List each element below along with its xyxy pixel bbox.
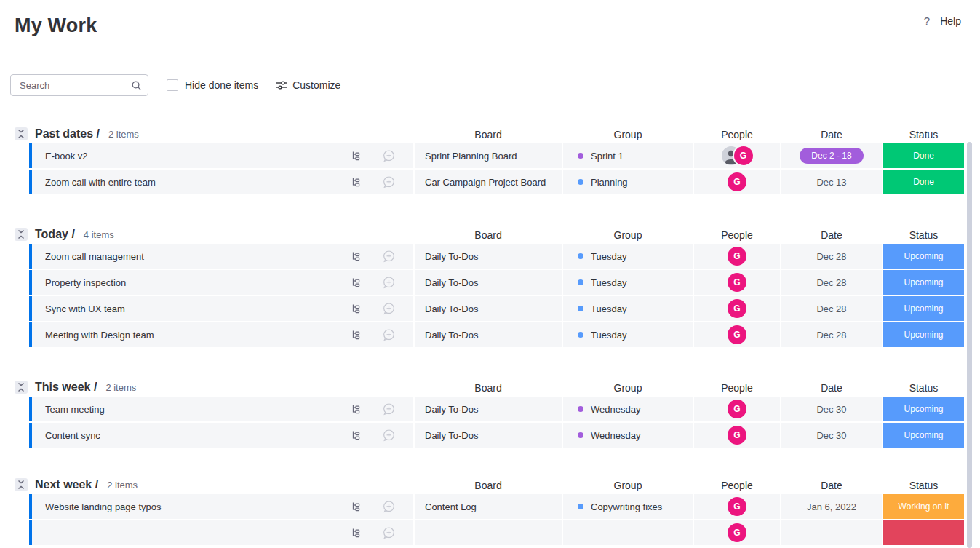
status-cell[interactable]: Done [883,143,964,168]
add-update-icon[interactable] [382,328,396,342]
group-cell[interactable]: Tuesday [563,270,693,295]
column-header-date[interactable]: Date [781,382,882,394]
board-cell[interactable]: Daily To-Dos [415,397,562,421]
people-cell[interactable]: G [694,170,780,194]
board-cell[interactable]: Content Log [415,494,562,519]
status-cell[interactable]: Done [883,170,964,194]
hide-done-label[interactable]: Hide done items [185,79,258,91]
item-name-cell[interactable]: Property inspection [29,270,413,295]
date-cell[interactable]: Dec 28 [781,244,882,269]
group-cell[interactable]: Tuesday [563,296,693,321]
date-cell[interactable] [781,520,882,545]
item-name-cell[interactable]: Website landing page typos [29,494,413,519]
collapse-section-button[interactable] [15,127,28,140]
column-header-date[interactable]: Date [781,480,882,491]
item-name-cell[interactable]: Meeting with Design team [29,322,413,347]
people-cell[interactable]: G [694,397,780,421]
add-update-icon[interactable] [382,526,396,540]
group-cell[interactable]: Sprint 1 [563,143,693,168]
column-header-status[interactable]: Status [883,480,964,491]
group-cell[interactable] [563,520,693,545]
board-cell[interactable]: Daily To-Dos [415,322,562,347]
avatar[interactable]: G [728,273,746,292]
column-header-status[interactable]: Status [883,129,964,140]
people-cell[interactable]: G [694,322,780,347]
group-cell[interactable]: Tuesday [563,244,693,269]
status-cell[interactable]: Upcoming [883,423,964,448]
group-cell[interactable]: Planning [563,170,693,194]
hide-done-checkbox[interactable] [167,79,178,91]
add-update-icon[interactable] [382,175,396,189]
column-header-status[interactable]: Status [883,382,964,394]
collapse-section-button[interactable] [15,381,28,394]
subitems-icon[interactable] [350,277,362,288]
add-update-icon[interactable] [382,250,396,263]
column-header-people[interactable]: People [694,129,780,140]
subitems-icon[interactable] [350,150,362,162]
board-cell[interactable]: Daily To-Dos [415,270,562,295]
date-cell[interactable]: Dec 28 [781,296,882,321]
column-header-group[interactable]: Group [563,229,693,241]
help-button[interactable]: ? Help [924,15,961,27]
board-cell[interactable]: Daily To-Dos [415,244,562,269]
people-cell[interactable]: G [694,143,780,168]
status-cell[interactable]: Upcoming [883,244,964,269]
date-cell[interactable]: Dec 30 [781,397,882,421]
people-cell[interactable]: G [694,296,780,321]
item-name-cell[interactable] [29,520,413,545]
people-cell[interactable]: G [694,270,780,295]
add-update-icon[interactable] [382,429,396,442]
subitems-icon[interactable] [350,403,362,415]
avatar[interactable]: G [728,400,746,418]
date-cell[interactable]: Dec 28 [781,270,882,295]
status-cell[interactable]: Upcoming [883,397,964,421]
date-cell[interactable]: Dec 2 - 18 [781,143,882,168]
column-header-group[interactable]: Group [563,382,693,394]
status-cell[interactable]: Working on it [883,494,964,519]
collapse-section-button[interactable] [15,478,28,491]
avatar[interactable]: G [728,172,746,191]
column-header-status[interactable]: Status [883,229,964,241]
group-cell[interactable]: Wednesday [563,423,693,448]
date-cell[interactable]: Dec 13 [781,170,882,194]
add-update-icon[interactable] [382,302,396,316]
status-cell[interactable]: Upcoming [883,270,964,295]
column-header-people[interactable]: People [694,382,780,394]
avatar[interactable]: G [734,146,753,165]
column-header-board[interactable]: Board [415,382,562,394]
status-cell[interactable]: Upcoming [883,322,964,347]
column-header-date[interactable]: Date [781,229,882,241]
column-header-date[interactable]: Date [781,129,882,140]
item-name-cell[interactable]: Content sync [29,423,413,448]
subitems-icon[interactable] [350,250,362,262]
subitems-icon[interactable] [350,501,362,512]
column-header-board[interactable]: Board [415,480,562,491]
subitems-icon[interactable] [350,527,362,539]
status-cell[interactable]: Upcoming [883,296,964,321]
column-header-group[interactable]: Group [563,129,693,140]
question-mark-icon[interactable]: ? [924,15,930,27]
people-cell[interactable]: G [694,244,780,269]
vertical-scrollbar[interactable] [967,142,972,548]
item-name-cell[interactable]: Team meeting [29,397,413,421]
customize-button[interactable]: Customize [276,79,340,91]
group-cell[interactable]: Wednesday [563,397,693,421]
board-cell[interactable]: Daily To-Dos [415,423,562,448]
search-input[interactable] [20,80,131,91]
board-cell[interactable]: Sprint Planning Board [415,143,562,168]
column-header-people[interactable]: People [694,480,780,491]
board-cell[interactable]: Daily To-Dos [415,296,562,321]
column-header-people[interactable]: People [694,229,780,241]
subitems-icon[interactable] [350,303,362,314]
board-cell[interactable] [415,520,562,545]
avatar[interactable]: G [728,299,746,318]
status-cell[interactable] [883,520,964,545]
people-cell[interactable]: G [694,423,780,448]
board-cell[interactable]: Car Campaign Project Board [415,170,562,194]
item-name-cell[interactable]: Zoom call management [29,244,413,269]
add-update-icon[interactable] [382,402,396,416]
avatar[interactable]: G [728,523,746,542]
avatar[interactable]: G [728,325,746,344]
item-name-cell[interactable]: Sync with UX team [29,296,413,321]
subitems-icon[interactable] [350,429,362,441]
